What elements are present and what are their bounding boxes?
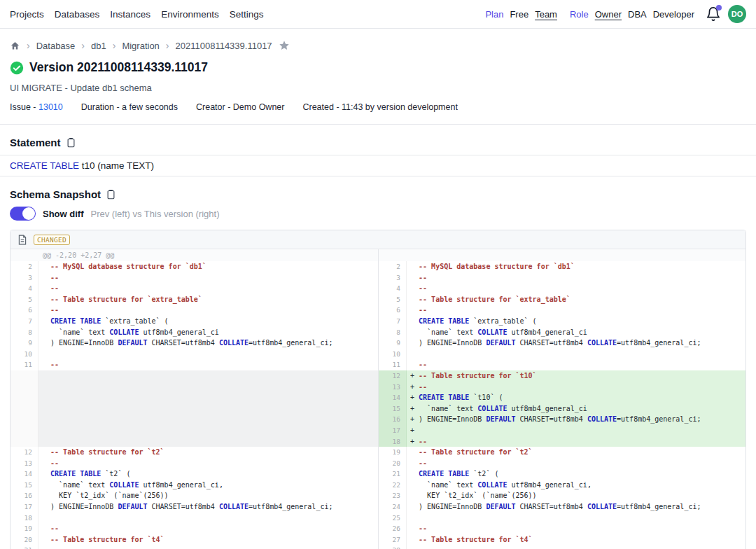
nav-item-projects[interactable]: Projects — [10, 9, 44, 20]
line-number — [10, 382, 38, 393]
code-text: -- Table structure for `t4` — [38, 534, 378, 545]
line-number: 9 — [379, 338, 407, 349]
diff-line: 12 -- Table structure for `t2` — [10, 447, 378, 458]
plan-team-link[interactable]: Team — [535, 9, 557, 20]
line-number: 21 — [379, 468, 407, 480]
code-text: + CREATE TABLE `t10` ( — [407, 392, 746, 403]
code-text: + -- Table structure for `t10` — [407, 370, 746, 382]
code-text: + — [407, 425, 746, 436]
code-text: -- Table structure for `t2` — [38, 447, 378, 458]
user-avatar[interactable]: DO — [728, 5, 746, 23]
diff-line: 4 -- — [10, 283, 378, 294]
diff-line: 21 -- — [10, 545, 378, 549]
role-owner-link[interactable]: Owner — [595, 9, 622, 20]
code-text: -- — [38, 283, 378, 294]
breadcrumb-version: 20211008114339.11017 — [176, 41, 272, 51]
breadcrumb-migration[interactable]: Migration — [122, 41, 159, 51]
sql-rest: t10 (name TEXT) — [79, 160, 154, 171]
diff-line-added: 13+ -- — [379, 382, 746, 393]
breadcrumb-db1[interactable]: db1 — [91, 41, 106, 51]
nav-item-environments[interactable]: Environments — [161, 9, 219, 20]
line-number: 17 — [10, 501, 38, 513]
breadcrumb-database[interactable]: Database — [36, 41, 76, 51]
home-icon[interactable] — [10, 41, 20, 51]
diff-line: 16 KEY `t2_idx` (`name`(256)) — [10, 490, 378, 501]
code-text: -- Table structure for `extra_table` — [38, 294, 378, 305]
code-text: + -- — [407, 382, 746, 393]
diff-line: 11 -- — [10, 359, 378, 370]
line-number: 14 — [10, 468, 38, 480]
diff-line-added: 18+ -- — [379, 436, 746, 447]
statement-title: Statement — [10, 137, 61, 148]
hunk-header-row: @@ -2,20 +2,27 @@ — [10, 249, 746, 261]
code-text: ) ENGINE=InnoDB DEFAULT CHARSET=utf8mb4 … — [38, 501, 378, 513]
line-number: 26 — [379, 523, 407, 534]
nav-item-settings[interactable]: Settings — [230, 9, 264, 20]
show-diff-toggle[interactable] — [10, 207, 36, 221]
line-number — [10, 425, 38, 436]
diff-line: 15 `name` text COLLATE utf8mb4_general_c… — [10, 480, 378, 491]
favorite-star-icon[interactable] — [279, 40, 290, 51]
copy-snapshot-icon[interactable] — [106, 189, 116, 200]
diff-line: 6 -- — [10, 305, 378, 316]
diff-line: 14 CREATE TABLE `t2` ( — [10, 468, 378, 480]
copy-statement-icon[interactable] — [66, 137, 76, 148]
duration-meta: Duration - a few seconds — [81, 102, 178, 112]
diff-line-added: 14+ CREATE TABLE `t10` ( — [379, 392, 746, 403]
diff-line: 4 -- — [379, 283, 746, 294]
diff-line: 27 -- Table structure for `t4` — [379, 534, 746, 545]
toggle-knob — [22, 207, 35, 220]
diff-line-filler — [10, 370, 378, 382]
diff-line: 9 ) ENGINE=InnoDB DEFAULT CHARSET=utf8mb… — [10, 338, 378, 349]
line-number: 20 — [10, 534, 38, 545]
code-text: -- — [407, 523, 746, 534]
diff-line: 17 ) ENGINE=InnoDB DEFAULT CHARSET=utf8m… — [10, 501, 378, 513]
nav-item-instances[interactable]: Instances — [110, 9, 150, 20]
show-diff-label: Show diff — [43, 209, 84, 219]
line-number: 7 — [10, 316, 38, 327]
code-text: ) ENGINE=InnoDB DEFAULT CHARSET=utf8mb4 … — [407, 338, 746, 349]
code-text: -- — [407, 272, 746, 284]
diff-line-filler — [10, 392, 378, 403]
statement-sql[interactable]: CREATE TABLE t10 (name TEXT) — [0, 155, 756, 176]
line-number: 4 — [379, 283, 407, 294]
notification-bell-button[interactable] — [706, 6, 721, 22]
line-number: 13 — [10, 458, 38, 469]
diff-line: 2 -- MySQL database structure for `db1` — [10, 261, 378, 272]
code-text: `name` text COLLATE utf8mb4_general_ci — [407, 327, 746, 338]
diff-line: 18 — [10, 513, 378, 524]
code-text: -- — [407, 545, 746, 549]
line-number: 12 — [10, 447, 38, 458]
line-number — [10, 392, 38, 403]
issue-meta: Issue - 13010 — [10, 102, 63, 112]
breadcrumb-separator: › — [166, 40, 169, 51]
role-developer[interactable]: Developer — [653, 9, 694, 20]
code-text — [38, 370, 378, 382]
line-number: 10 — [379, 349, 407, 360]
title-row: Version 20211008114339.11017 — [10, 60, 746, 75]
line-number — [10, 370, 38, 382]
line-number: 20 — [379, 458, 407, 469]
code-text: CREATE TABLE `t2` ( — [38, 468, 378, 480]
issue-link[interactable]: 13010 — [38, 102, 63, 112]
code-text: `name` text COLLATE utf8mb4_general_ci, — [407, 480, 746, 491]
role-dba[interactable]: DBA — [628, 9, 647, 20]
diff-line: 19 -- Table structure for `t2` — [379, 447, 746, 458]
nav-item-databases[interactable]: Databases — [55, 9, 100, 20]
sql-keyword: CREATE TABLE — [10, 160, 79, 171]
diff-line-filler — [10, 382, 378, 393]
diff-line: 23 KEY `t2_idx` (`name`(256)) — [379, 490, 746, 501]
diff-line: 7 CREATE TABLE `extra_table` ( — [379, 316, 746, 327]
code-text: -- — [38, 523, 378, 534]
line-number: 22 — [379, 480, 407, 491]
diff-body: 2 -- MySQL database structure for `db1`3… — [10, 261, 746, 549]
code-text — [407, 349, 746, 360]
changed-badge: CHANGED — [34, 235, 70, 245]
diff-line-added: 12+ -- Table structure for `t10` — [379, 370, 746, 382]
code-text: + `name` text COLLATE utf8mb4_general_ci — [407, 403, 746, 415]
line-number: 16 — [10, 490, 38, 501]
code-text: ) ENGINE=InnoDB DEFAULT CHARSET=utf8mb4 … — [38, 338, 378, 349]
line-number: 23 — [379, 490, 407, 501]
plan-free: Free — [510, 9, 528, 20]
code-text: -- — [38, 272, 378, 284]
